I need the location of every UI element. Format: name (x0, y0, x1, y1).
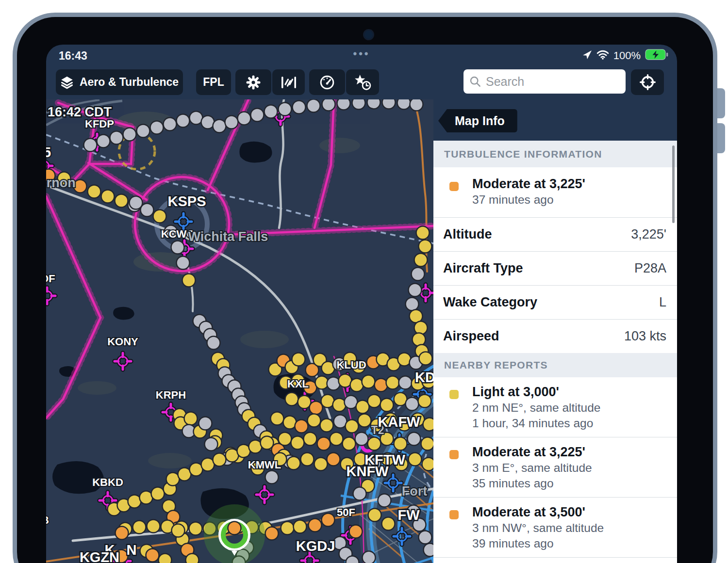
moving-map[interactable]: KFDPKSPSKCWCWichita FallsVernon5DFBKONYK… (46, 99, 433, 563)
star-clock-icon (354, 74, 371, 91)
current-report-time: 37 minutes ago (472, 192, 585, 208)
gauge-icon (319, 75, 335, 90)
center-location-button[interactable] (631, 69, 664, 95)
severity-dot-light (449, 390, 459, 399)
svg-text:KSPS: KSPS (168, 193, 206, 209)
severity-dot-moderate (449, 510, 459, 519)
battery-charging-icon (645, 49, 668, 62)
svg-text:Wichita Falls: Wichita Falls (188, 229, 268, 244)
turbulence-layer-button[interactable] (272, 69, 305, 95)
fpl-button[interactable]: FPL (196, 69, 231, 95)
search-icon (469, 76, 481, 87)
crosshair-icon (640, 74, 656, 90)
map-info-back-label: Map Info (455, 114, 505, 128)
search-bar[interactable] (463, 69, 626, 94)
svg-text:KNFW: KNFW (347, 464, 389, 479)
layers-button[interactable]: Aero & Turbulence (56, 69, 183, 95)
svg-text:KGZN: KGZN (80, 549, 119, 563)
search-input[interactable] (485, 74, 643, 89)
settings-button[interactable] (235, 69, 271, 95)
app-screen: 16:43 ••• 100% (46, 45, 677, 563)
location-arrow-icon (582, 50, 592, 62)
section-turbulence-information: TURBULENCE INFORMATION (433, 141, 677, 167)
svg-text:5: 5 (46, 145, 51, 160)
detail-label: Wake Category (443, 295, 537, 310)
detail-value: L (659, 295, 666, 310)
detail-row-wake-category: Wake Category L (433, 285, 677, 319)
map-info-panel: Map Info TURBULENCE INFORMATION Moderate… (433, 99, 677, 563)
detail-value: 103 kts (624, 329, 666, 344)
current-report-row[interactable]: Moderate at 3,225' 37 minutes ago (433, 167, 677, 217)
selected-report-marker (211, 512, 258, 558)
gear-icon (246, 75, 261, 90)
detail-label: Airspeed (443, 329, 499, 344)
panel-header: Map Info (433, 99, 677, 141)
front-camera (364, 31, 373, 39)
detail-row-airspeed: Airspeed 103 kts (433, 319, 677, 353)
svg-text:KAFW: KAFW (378, 414, 421, 430)
detail-row-altitude: Altitude 3,225' (433, 217, 677, 251)
layers-icon (60, 76, 74, 89)
status-bar: 16:43 ••• 100% (46, 45, 677, 69)
svg-text:KONY: KONY (107, 336, 138, 348)
map-timestamp: 16:42 CDT (48, 105, 112, 119)
panel-scrollbar[interactable] (672, 145, 675, 223)
severity-dot-moderate (449, 450, 459, 459)
svg-text:B: B (46, 514, 49, 526)
svg-text:KD: KD (415, 370, 433, 385)
content-area: KFDPKSPSKCWCWichita FallsVernon5DFBKONYK… (46, 99, 677, 563)
toolbar: Aero & Turbulence FPL (46, 69, 677, 99)
svg-text:KFDP: KFDP (85, 118, 114, 130)
layers-button-label: Aero & Turbulence (80, 76, 179, 89)
svg-text:Vernon: Vernon (46, 176, 76, 190)
svg-text:Fort: Fort (402, 484, 427, 499)
tablet-device: 16:43 ••• 100% (0, 0, 728, 563)
detail-row-aircraft-type: Aircraft Type P28A (433, 251, 677, 285)
nearby-report-row[interactable]: Moderate at 3,225' 3 nm E°, same altitud… (433, 437, 677, 498)
tablet-bezel: 16:43 ••• 100% (13, 13, 717, 563)
turbulence-icon (280, 75, 298, 90)
svg-text:KLUD: KLUD (336, 359, 366, 371)
svg-text:FW: FW (397, 507, 420, 523)
svg-text:KGDJ: KGDJ (296, 538, 335, 554)
favorites-recents-button[interactable] (346, 69, 379, 95)
battery-percent: 100% (613, 49, 641, 62)
fpl-button-label: FPL (203, 76, 224, 89)
nearby-report-row[interactable]: Light at 3,000' 2 nm NE°, same altitude … (433, 377, 677, 437)
panel-body: TURBULENCE INFORMATION Moderate at 3,225… (433, 141, 677, 563)
svg-text:KRPH: KRPH (156, 389, 186, 401)
svg-text:50F: 50F (337, 506, 355, 518)
detail-label: Altitude (443, 227, 492, 242)
svg-text:DF: DF (46, 273, 55, 285)
current-report-title: Moderate at 3,225' (472, 176, 585, 192)
svg-text:KBKD: KBKD (92, 476, 123, 488)
map-info-back-button[interactable]: Map Info (438, 109, 517, 132)
detail-value: 3,225' (631, 227, 666, 242)
wifi-icon (596, 50, 609, 62)
nearby-report-row[interactable]: Moderate at 3,500' 3 nm NW°, same altitu… (433, 498, 677, 558)
svg-text:KMWL: KMWL (248, 459, 281, 471)
gauge-button[interactable] (309, 69, 345, 95)
svg-text:N: N (127, 542, 137, 558)
severity-dot-moderate (449, 182, 459, 191)
detail-value: P28A (634, 261, 666, 276)
svg-text:KXL: KXL (287, 378, 309, 390)
detail-label: Aircraft Type (443, 261, 523, 276)
section-nearby-reports: NEARBY REPORTS (433, 353, 677, 377)
